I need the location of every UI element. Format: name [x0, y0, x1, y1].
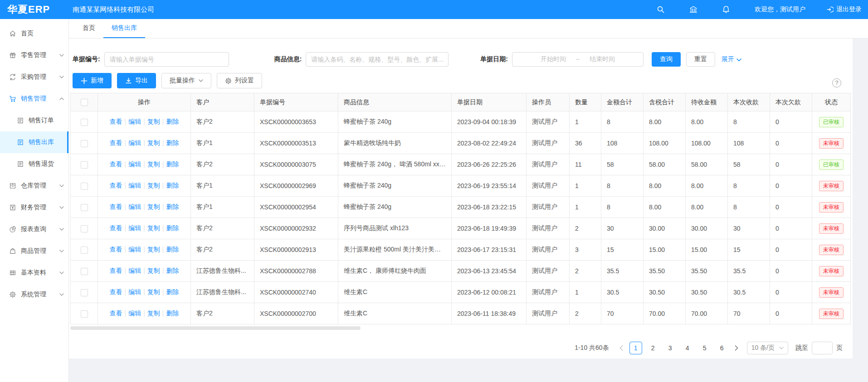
sidebar-item-warehouse[interactable]: 仓库管理 — [0, 175, 68, 197]
chevron-down-icon — [59, 293, 64, 296]
copy-link[interactable]: 复制 — [147, 182, 160, 189]
sidebar-item-sales[interactable]: 销售管理 — [0, 88, 68, 110]
sidebar-item-basic[interactable]: 基本资料 — [0, 262, 68, 284]
page-button-3[interactable]: 3 — [664, 342, 677, 354]
bill-no-input[interactable] — [104, 52, 229, 67]
row-checkbox[interactable] — [81, 161, 88, 169]
scrollbar-thumb[interactable] — [70, 326, 361, 330]
edit-link[interactable]: 编辑 — [128, 118, 141, 125]
bell-icon[interactable] — [722, 5, 730, 14]
row-checkbox[interactable] — [81, 289, 88, 296]
copy-link[interactable]: 复制 — [147, 203, 160, 210]
copy-link[interactable]: 复制 — [147, 224, 160, 232]
sidebar-item-sales-outbound[interactable]: 销售出库 — [0, 131, 68, 153]
delete-link[interactable]: 删除 — [166, 246, 179, 253]
view-link[interactable]: 查看 — [110, 139, 122, 146]
actions-cell: 查看|编辑|复制|删除 — [98, 303, 191, 324]
row-checkbox[interactable] — [81, 119, 88, 126]
sidebar-item-retail[interactable]: 零售管理 — [0, 44, 68, 66]
delete-link[interactable]: 删除 — [166, 224, 179, 232]
edit-link[interactable]: 编辑 — [128, 139, 141, 146]
sidebar-item-sales-order[interactable]: 销售订单 — [0, 110, 68, 131]
column-header: 待收金额 — [686, 93, 728, 111]
logout-button[interactable]: 退出登录 — [826, 5, 862, 14]
row-checkbox[interactable] — [81, 183, 88, 190]
view-link[interactable]: 查看 — [110, 267, 122, 274]
cell-date: 2023-06-17 23:15:31 — [452, 239, 527, 261]
search-icon[interactable] — [657, 5, 665, 14]
page-button-6[interactable]: 6 — [716, 342, 728, 354]
goods-info-input[interactable] — [306, 52, 449, 67]
delete-link[interactable]: 删除 — [166, 267, 179, 274]
view-link[interactable]: 查看 — [110, 288, 122, 295]
next-page-button[interactable] — [731, 342, 742, 354]
sidebar-item-finance[interactable]: 财务管理 — [0, 197, 68, 218]
edit-link[interactable]: 编辑 — [128, 160, 141, 168]
row-checkbox[interactable] — [81, 140, 88, 147]
sidebar-item-sales-return[interactable]: 销售退货 — [0, 153, 68, 175]
delete-link[interactable]: 删除 — [166, 139, 179, 146]
delete-link[interactable]: 删除 — [166, 288, 179, 295]
tab-home[interactable]: 首页 — [74, 19, 103, 38]
sidebar-item-goods[interactable]: 商品管理 — [0, 240, 68, 262]
view-link[interactable]: 查看 — [110, 246, 122, 253]
edit-link[interactable]: 编辑 — [128, 246, 141, 253]
column-settings-button[interactable]: 列设置 — [217, 73, 262, 88]
add-button[interactable]: 新增 — [73, 73, 112, 88]
delete-link[interactable]: 删除 — [166, 118, 179, 125]
copy-link[interactable]: 复制 — [147, 267, 160, 274]
row-checkbox[interactable] — [81, 247, 88, 254]
page-button-5[interactable]: 5 — [698, 342, 711, 354]
help-icon[interactable]: ? — [832, 78, 841, 87]
reset-button[interactable]: 重置 — [686, 52, 715, 67]
jump-to-input[interactable] — [812, 342, 833, 354]
expand-link[interactable]: 展开 — [722, 55, 741, 63]
edit-link[interactable]: 编辑 — [128, 224, 141, 232]
page-button-2[interactable]: 2 — [647, 342, 659, 354]
date-range-input[interactable]: 开始时间 ~ 结束时间 — [512, 52, 644, 67]
view-link[interactable]: 查看 — [110, 224, 122, 232]
delete-link[interactable]: 删除 — [166, 309, 179, 317]
platform-icon[interactable] — [689, 5, 697, 14]
copy-link[interactable]: 复制 — [147, 309, 160, 317]
edit-link[interactable]: 编辑 — [128, 309, 141, 317]
sidebar-item-purchase[interactable]: 采购管理 — [0, 66, 68, 88]
edit-link[interactable]: 编辑 — [128, 182, 141, 189]
copy-link[interactable]: 复制 — [147, 118, 160, 125]
edit-link[interactable]: 编辑 — [128, 203, 141, 210]
row-checkbox[interactable] — [81, 310, 88, 318]
copy-link[interactable]: 复制 — [147, 160, 160, 168]
sidebar-item-home[interactable]: 首页 — [0, 23, 68, 44]
view-link[interactable]: 查看 — [110, 203, 122, 210]
delete-link[interactable]: 删除 — [166, 203, 179, 210]
search-button[interactable]: 查询 — [652, 52, 681, 67]
batch-actions-button[interactable]: 批量操作 — [161, 73, 211, 88]
page-button-4[interactable]: 4 — [681, 342, 694, 354]
select-all-checkbox[interactable] — [81, 99, 88, 106]
page-button-1[interactable]: 1 — [629, 342, 642, 354]
sidebar-item-system[interactable]: 系统管理 — [0, 284, 68, 305]
row-checkbox[interactable] — [81, 268, 88, 275]
copy-link[interactable]: 复制 — [147, 139, 160, 146]
export-button[interactable]: 导出 — [117, 73, 156, 88]
horizontal-scrollbar[interactable] — [70, 326, 853, 330]
chevron-down-icon — [59, 271, 64, 274]
view-link[interactable]: 查看 — [110, 309, 122, 317]
edit-link[interactable]: 编辑 — [128, 288, 141, 295]
page-size-select[interactable]: 10 条/页 — [747, 342, 788, 354]
delete-link[interactable]: 删除 — [166, 182, 179, 189]
edit-link[interactable]: 编辑 — [128, 267, 141, 274]
copy-link[interactable]: 复制 — [147, 288, 160, 295]
row-checkbox[interactable] — [81, 204, 88, 211]
view-link[interactable]: 查看 — [110, 160, 122, 168]
view-link[interactable]: 查看 — [110, 182, 122, 189]
row-checkbox[interactable] — [81, 225, 88, 232]
copy-link[interactable]: 复制 — [147, 246, 160, 253]
prev-page-button[interactable] — [615, 342, 627, 354]
sidebar-item-report[interactable]: 报表查询 — [0, 218, 68, 240]
view-link[interactable]: 查看 — [110, 118, 122, 125]
delete-link[interactable]: 删除 — [166, 160, 179, 168]
logout-label: 退出登录 — [836, 5, 862, 14]
company-name: 南通某某网络科技有限公司 — [73, 5, 154, 14]
tab-sales-outbound[interactable]: 销售出库 — [103, 19, 145, 38]
